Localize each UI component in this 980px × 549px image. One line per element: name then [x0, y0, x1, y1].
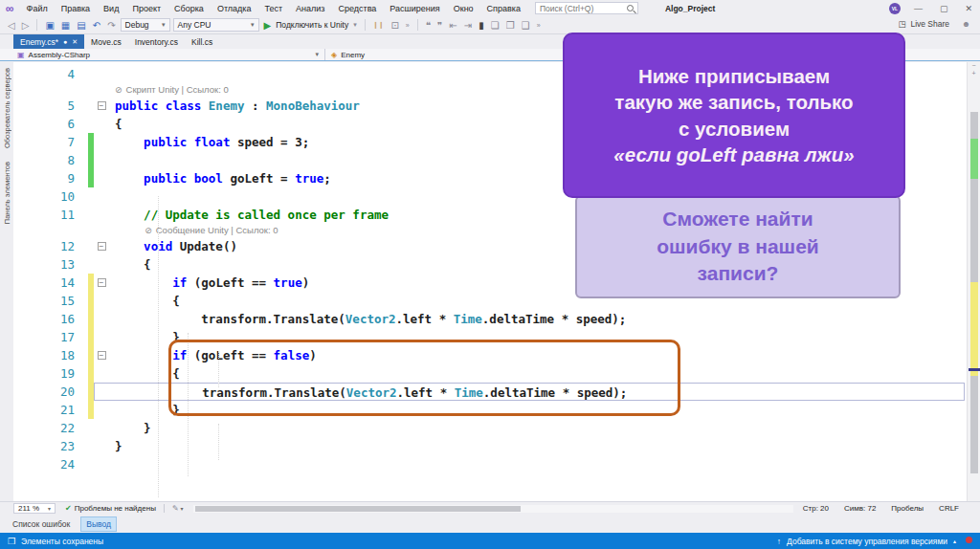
scroll-up-icon[interactable]: + — [968, 70, 980, 77]
decrease-indent-icon[interactable]: ⇤ — [447, 20, 458, 31]
new-file-icon[interactable]: ▣ — [43, 20, 56, 31]
user-avatar[interactable]: VL — [889, 3, 901, 14]
toolbar-overflow-icon[interactable]: » — [404, 22, 412, 29]
line-number: 7 — [13, 133, 88, 151]
code-text: } — [109, 419, 151, 437]
panel-tab[interactable]: Список ошибок — [8, 517, 75, 531]
fold-margin — [94, 328, 109, 346]
menu-item[interactable]: Анализ — [289, 3, 331, 14]
notifications-icon[interactable] — [962, 536, 972, 546]
saved-items-icon: ❒ — [8, 537, 15, 546]
line-number: 16 — [13, 310, 88, 328]
code-line[interactable]: 23} — [13, 437, 967, 455]
add-to-source-control-button[interactable]: Добавить в систему управления версиями — [787, 537, 947, 546]
start-debug-icon[interactable]: ▶ — [262, 20, 274, 31]
side-tool-tabs: Обозреватель серверовПанель элементов — [0, 62, 13, 501]
menu-bar: ∞ ФайлПравкаВидПроектСборкаОтладкаТестАн… — [0, 0, 980, 16]
fold-collapse-icon[interactable]: − — [94, 97, 109, 115]
code-text: public class Enemy : MonoBehaviour — [109, 97, 360, 115]
navigate-forward-icon[interactable]: ▷ — [20, 20, 32, 31]
code-text: transform.Translate(Vector2.left * Time.… — [109, 310, 626, 328]
code-text: { — [109, 292, 180, 310]
split-handle-icon[interactable]: − — [968, 62, 980, 70]
menu-item[interactable]: Файл — [20, 3, 55, 14]
panel-tab[interactable]: Вывод — [80, 516, 117, 532]
undo-icon[interactable]: ↶ — [91, 20, 102, 31]
save-all-icon[interactable]: ▤ — [75, 20, 87, 31]
uncomment-icon[interactable]: ❞ — [435, 20, 444, 31]
document-tab[interactable]: Enemy.cs*●✕ — [13, 34, 84, 49]
search-icon — [627, 5, 634, 11]
menu-item[interactable]: Проект — [125, 3, 167, 14]
spaces-indicator[interactable]: Пробелы — [891, 504, 924, 513]
debug-target-select[interactable]: Debug▾ — [121, 18, 170, 32]
code-text: // Update is called once per frame — [109, 206, 389, 224]
search-input[interactable]: Поиск (Ctrl+Q) — [535, 2, 638, 14]
feedback-icon[interactable]: ☻ — [962, 19, 970, 29]
code-health-indicator[interactable]: ✔ Проблемы не найдены — [65, 504, 156, 513]
document-tab[interactable]: Move.cs — [84, 34, 128, 49]
maximize-button[interactable]: ▢ — [936, 4, 952, 13]
tab-close-icon[interactable]: ✕ — [72, 38, 78, 46]
line-number: 15 — [13, 292, 88, 310]
fold-margin — [94, 133, 109, 151]
vertical-scrollbar[interactable]: − + — [967, 62, 980, 501]
toolbar-overflow-icon[interactable]: » — [535, 22, 543, 29]
bookmark-icon[interactable]: ▮ — [477, 20, 486, 31]
fold-margin — [94, 115, 109, 133]
misc-tool-icon[interactable]: ❐ — [504, 20, 517, 31]
menu-item[interactable]: Окно — [447, 3, 480, 14]
menu-item[interactable]: Отладка — [211, 3, 258, 14]
misc-tool-icon[interactable]: ❑ — [520, 20, 532, 31]
tab-pin-icon[interactable]: ● — [63, 38, 67, 45]
project-dropdown[interactable]: ▣ Assembly-CSharp ▾ — [0, 49, 325, 60]
scrollbar-thumb[interactable] — [195, 506, 521, 512]
side-tool-tab[interactable]: Обозреватель серверов — [3, 68, 11, 148]
search-placeholder: Поиск (Ctrl+Q) — [540, 4, 627, 13]
increase-indent-icon[interactable]: ⇥ — [462, 20, 474, 31]
fold-collapse-icon[interactable]: − — [94, 274, 109, 292]
navigate-back-icon[interactable]: ◁ — [6, 20, 17, 31]
line-number: 13 — [13, 255, 88, 274]
menu-item[interactable]: Справка — [480, 3, 527, 14]
fold-collapse-icon[interactable]: − — [94, 346, 109, 364]
code-line[interactable]: 24 — [13, 455, 967, 473]
comment-icon[interactable]: ❝ — [424, 20, 433, 31]
document-tab[interactable]: Inventory.cs — [128, 34, 185, 49]
menu-item[interactable]: Расширения — [383, 3, 446, 14]
fold-margin — [94, 206, 109, 224]
menu-item[interactable]: Вид — [97, 3, 125, 14]
code-line[interactable]: 22 } — [13, 419, 967, 437]
platform-select[interactable]: Any CPU▾ — [173, 18, 259, 32]
type-dropdown[interactable]: ◈ Enemy — [325, 51, 365, 59]
code-text: void Update() — [109, 237, 237, 255]
status-bar: ❒ Элементы сохранены ↑ Добавить в систем… — [0, 533, 980, 549]
save-icon[interactable]: ▦ — [59, 20, 72, 31]
close-button[interactable]: ✕ — [961, 4, 976, 13]
document-tab[interactable]: Kill.cs — [185, 34, 219, 49]
chevron-down-icon[interactable]: ▾ — [351, 21, 359, 29]
attach-to-unity-button[interactable]: Подключить к Unity — [276, 20, 348, 30]
attach-process-icon[interactable]: ⊡ — [389, 20, 400, 31]
chevron-down-icon: ▾ — [251, 21, 255, 29]
horizontal-scrollbar[interactable] — [193, 505, 793, 513]
unity-lens-icon: ⊘ — [145, 224, 152, 237]
menu-item[interactable]: Средства — [331, 3, 383, 14]
zoom-select[interactable]: 211 % ▾ — [13, 503, 56, 514]
side-tool-tab[interactable]: Панель элементов — [3, 162, 11, 224]
menu-item[interactable]: Тест — [257, 3, 289, 14]
menu-item[interactable]: Правка — [55, 3, 97, 14]
pause-icon: ❙❙ — [371, 21, 387, 29]
misc-tool-icon[interactable]: ❏ — [489, 20, 501, 31]
redo-icon[interactable]: ↷ — [105, 20, 117, 31]
fold-collapse-icon[interactable]: − — [94, 237, 109, 255]
line-ending-indicator[interactable]: CRLF — [939, 504, 959, 513]
chevron-down-icon: ▾ — [162, 21, 166, 29]
minimize-button[interactable]: — — [910, 4, 926, 13]
edit-mode-icon[interactable]: ✎ — [172, 504, 179, 513]
live-share-label[interactable]: Live Share — [910, 19, 949, 29]
code-line[interactable]: 16 transform.Translate(Vector2.left * Ti… — [13, 310, 967, 328]
fold-margin — [94, 187, 109, 206]
change-mark-yellow — [970, 282, 978, 376]
menu-item[interactable]: Сборка — [167, 3, 211, 14]
